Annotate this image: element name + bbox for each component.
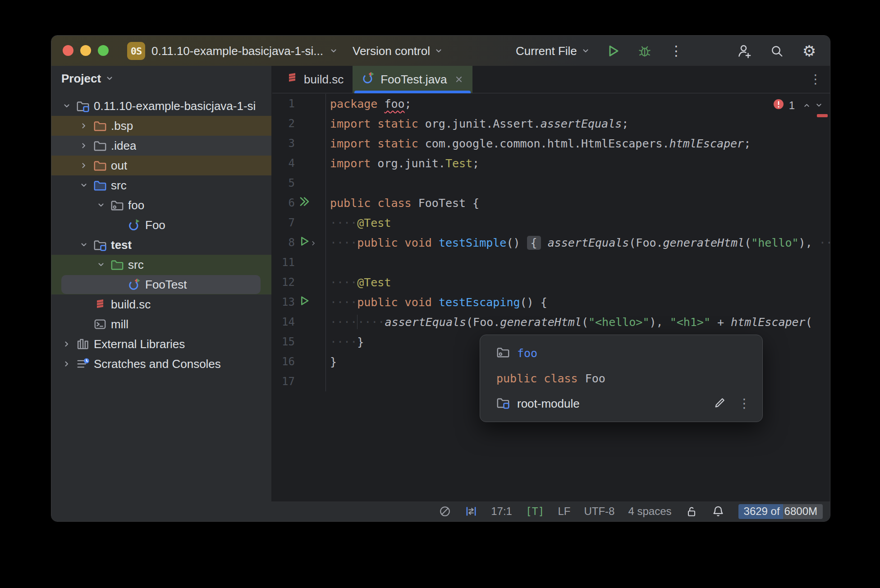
window-zoom-button[interactable] bbox=[98, 45, 109, 56]
code-line-14[interactable]: 14········assertEquals(Foo.generateHtml(… bbox=[272, 312, 830, 332]
kebab-icon: ⋮ bbox=[669, 44, 683, 58]
run-icon[interactable] bbox=[298, 235, 310, 250]
code-line-3[interactable]: 3import static com.google.common.html.Ht… bbox=[272, 133, 830, 153]
tab-footest-java[interactable]: FooTest.java bbox=[353, 66, 472, 93]
run-configuration-widget[interactable]: Current File bbox=[516, 41, 590, 61]
next-error-icon[interactable] bbox=[815, 99, 823, 112]
previous-error-icon[interactable] bbox=[803, 99, 811, 112]
project-widget[interactable]: 0S 0.11.10-example-basicjava-1-si... bbox=[127, 41, 338, 61]
more-actions-button[interactable]: ⋮ bbox=[664, 41, 689, 61]
t-badge[interactable]: [T] bbox=[526, 505, 545, 517]
tab-build-sc[interactable]: build.sc bbox=[277, 66, 353, 93]
run-all-icon[interactable] bbox=[298, 196, 310, 210]
run-button[interactable] bbox=[600, 41, 626, 61]
tree-item-label: External Libraries bbox=[94, 337, 185, 351]
code-line-13[interactable]: 13····public void testEscaping() { bbox=[272, 292, 830, 312]
tree-item-idea[interactable]: .idea bbox=[51, 136, 271, 156]
highlighting-level-icon[interactable] bbox=[439, 505, 451, 518]
code-line-1[interactable]: 1package foo; bbox=[272, 94, 830, 114]
popup-module-row: root-module ⋮ bbox=[480, 391, 762, 416]
project-view-selector[interactable]: Project bbox=[51, 66, 271, 91]
chevron-down-icon[interactable] bbox=[93, 261, 109, 269]
edit-icon[interactable] bbox=[714, 396, 726, 411]
chevron-down-icon[interactable] bbox=[93, 201, 109, 209]
code-token: void bbox=[405, 296, 432, 309]
folded-region[interactable]: { bbox=[527, 236, 541, 250]
code-line-11[interactable]: 11 bbox=[272, 253, 830, 272]
code-token: ···· bbox=[330, 335, 357, 349]
indent-setting[interactable]: 4 spaces bbox=[628, 505, 671, 518]
code-token: void bbox=[405, 236, 432, 249]
memory-indicator[interactable]: 3629 of 6800M bbox=[738, 504, 823, 519]
quick-doc-popup: foo public class Foo root-module ⋮ bbox=[480, 335, 763, 422]
chevron-right-icon[interactable] bbox=[76, 122, 92, 130]
tree-item-build-sc[interactable]: build.sc bbox=[51, 294, 271, 314]
tab-options-button[interactable]: ⋮ bbox=[809, 66, 822, 93]
tree-item-mill[interactable]: mill bbox=[51, 314, 271, 334]
run-configuration-label: Current File bbox=[516, 44, 577, 58]
code-text bbox=[325, 173, 830, 193]
chevron-right-icon[interactable] bbox=[59, 360, 75, 368]
close-icon[interactable] bbox=[454, 75, 463, 84]
code-line-2[interactable]: 2import static org.junit.Assert.assertEq… bbox=[272, 114, 830, 133]
window-close-button[interactable] bbox=[63, 45, 73, 56]
tree-item-foo[interactable]: Foo bbox=[51, 215, 271, 235]
chevron-down-icon[interactable] bbox=[59, 102, 75, 110]
tree-item-foo[interactable]: foo bbox=[51, 195, 271, 215]
line-number: 4 bbox=[272, 157, 295, 170]
code-editor[interactable]: 1package foo;2import static org.junit.As… bbox=[272, 93, 830, 501]
line-separator[interactable]: LF bbox=[558, 505, 570, 518]
gutter: 15 bbox=[272, 332, 325, 352]
scratches-icon bbox=[75, 357, 91, 371]
tree-item-test[interactable]: test bbox=[51, 235, 271, 255]
settings-button[interactable]: ⚙ bbox=[797, 41, 822, 61]
bidirectional-text-icon[interactable] bbox=[465, 505, 477, 518]
chevron-down-icon[interactable] bbox=[76, 241, 92, 249]
chevron-right-icon[interactable] bbox=[76, 161, 92, 170]
line-number: 13 bbox=[272, 296, 295, 308]
line-number: 11 bbox=[272, 256, 295, 269]
chevron-right-icon[interactable] bbox=[76, 142, 92, 150]
run-icon[interactable] bbox=[298, 295, 310, 309]
tree-item-external-libraries[interactable]: External Libraries bbox=[51, 334, 271, 354]
tree-item-scratches-and-consoles[interactable]: Scratches and Consoles bbox=[51, 354, 271, 374]
chevron-right-icon[interactable] bbox=[59, 340, 75, 348]
kebab-icon[interactable]: ⋮ bbox=[738, 397, 751, 410]
tab-label: build.sc bbox=[304, 73, 344, 87]
code-token: assertEquals bbox=[385, 316, 466, 329]
fold-arrow-icon[interactable] bbox=[310, 236, 317, 249]
chevron-down-icon[interactable] bbox=[76, 181, 92, 189]
code-token: package bbox=[330, 97, 377, 110]
tree-item-src[interactable]: src bbox=[51, 255, 271, 275]
error-count: 1 bbox=[789, 99, 795, 112]
window-minimize-button[interactable] bbox=[80, 45, 91, 56]
class-name: Foo bbox=[585, 372, 605, 385]
code-text: public class FooTest { bbox=[325, 193, 830, 213]
code-line-5[interactable]: 5 bbox=[272, 173, 830, 193]
tree-item-out[interactable]: out bbox=[51, 156, 271, 175]
search-button[interactable] bbox=[764, 41, 789, 61]
add-user-button[interactable] bbox=[732, 41, 757, 61]
line-number: 16 bbox=[272, 355, 295, 368]
inspections-widget[interactable]: 1 bbox=[773, 98, 823, 113]
tree-item-src[interactable]: src bbox=[51, 175, 271, 195]
tree-item-0-11-10-example-basicjava-1-si[interactable]: 0.11.10-example-basicjava-1-si bbox=[51, 96, 271, 116]
debug-button[interactable] bbox=[632, 41, 657, 61]
unlock-icon[interactable] bbox=[685, 505, 698, 518]
chevron-down-icon bbox=[582, 44, 590, 58]
package-link[interactable]: foo bbox=[517, 347, 537, 360]
code-token: @Test bbox=[357, 216, 391, 230]
caret-position[interactable]: 17:1 bbox=[491, 505, 512, 518]
code-line-7[interactable]: 7····@Test bbox=[272, 213, 830, 233]
code-line-12[interactable]: 12····@Test bbox=[272, 272, 830, 292]
bell-icon[interactable] bbox=[711, 505, 725, 518]
tree-item-bsp[interactable]: .bsp bbox=[51, 116, 271, 136]
tree-item-footest[interactable]: FooTest bbox=[51, 275, 271, 294]
code-line-6[interactable]: 6public class FooTest { bbox=[272, 193, 830, 213]
code-token: @Test bbox=[357, 276, 391, 289]
file-encoding[interactable]: UTF-8 bbox=[584, 505, 614, 518]
code-token: assertEquals bbox=[548, 236, 629, 249]
code-line-8[interactable]: 8····public void testSimple() { assertEq… bbox=[272, 233, 830, 253]
vcs-widget[interactable]: Version control bbox=[353, 41, 443, 61]
code-line-4[interactable]: 4import org.junit.Test; bbox=[272, 153, 830, 173]
